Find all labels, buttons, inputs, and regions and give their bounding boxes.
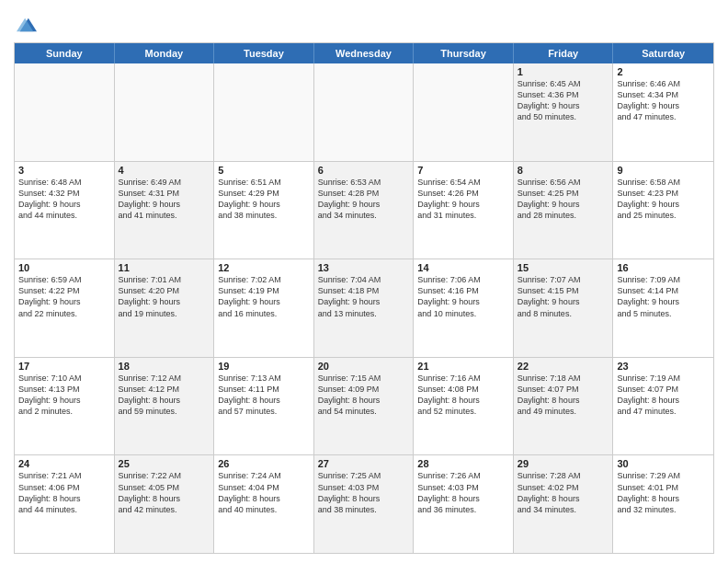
cal-cell-day-26: 26Sunrise: 7:24 AM Sunset: 4:04 PM Dayli…	[214, 455, 314, 553]
day-number: 11	[119, 262, 210, 273]
cal-header-thursday: Thursday	[414, 43, 514, 63]
cal-row-2: 3Sunrise: 6:48 AM Sunset: 4:32 PM Daylig…	[15, 162, 713, 260]
cal-header-tuesday: Tuesday	[214, 43, 314, 63]
cal-cell-day-9: 9Sunrise: 6:58 AM Sunset: 4:23 PM Daylig…	[613, 162, 713, 259]
cal-cell-day-23: 23Sunrise: 7:19 AM Sunset: 4:07 PM Dayli…	[613, 358, 713, 455]
day-number: 17	[18, 361, 110, 372]
day-number: 1	[518, 66, 609, 77]
cal-cell-day-27: 27Sunrise: 7:25 AM Sunset: 4:03 PM Dayli…	[314, 455, 415, 553]
day-number: 30	[617, 458, 710, 469]
day-info: Sunrise: 7:15 AM Sunset: 4:09 PM Dayligh…	[318, 373, 410, 418]
day-number: 29	[518, 458, 609, 469]
cal-cell-day-10: 10Sunrise: 6:59 AM Sunset: 4:22 PM Dayli…	[15, 259, 115, 357]
cal-cell-day-15: 15Sunrise: 7:07 AM Sunset: 4:15 PM Dayli…	[514, 259, 614, 357]
day-info: Sunrise: 7:24 AM Sunset: 4:04 PM Dayligh…	[218, 470, 310, 515]
day-number: 3	[18, 165, 110, 176]
day-info: Sunrise: 6:58 AM Sunset: 4:23 PM Dayligh…	[617, 177, 710, 222]
cal-cell-empty	[314, 63, 415, 161]
cal-header-wednesday: Wednesday	[314, 43, 415, 63]
cal-cell-empty	[214, 63, 314, 161]
cal-row-5: 24Sunrise: 7:21 AM Sunset: 4:06 PM Dayli…	[15, 455, 713, 553]
day-info: Sunrise: 7:09 AM Sunset: 4:14 PM Dayligh…	[617, 274, 710, 319]
day-info: Sunrise: 6:59 AM Sunset: 4:22 PM Dayligh…	[18, 274, 110, 319]
day-number: 28	[417, 458, 509, 469]
cal-cell-day-14: 14Sunrise: 7:06 AM Sunset: 4:16 PM Dayli…	[414, 259, 514, 357]
cal-cell-day-20: 20Sunrise: 7:15 AM Sunset: 4:09 PM Dayli…	[314, 358, 415, 455]
day-info: Sunrise: 6:49 AM Sunset: 4:31 PM Dayligh…	[119, 177, 210, 222]
day-info: Sunrise: 7:04 AM Sunset: 4:18 PM Dayligh…	[318, 274, 410, 319]
cal-cell-day-19: 19Sunrise: 7:13 AM Sunset: 4:11 PM Dayli…	[214, 358, 314, 455]
day-number: 19	[218, 361, 310, 372]
cal-cell-day-12: 12Sunrise: 7:02 AM Sunset: 4:19 PM Dayli…	[214, 259, 314, 357]
day-number: 9	[617, 165, 710, 176]
day-info: Sunrise: 6:54 AM Sunset: 4:26 PM Dayligh…	[417, 177, 509, 222]
day-number: 5	[218, 165, 310, 176]
cal-cell-day-3: 3Sunrise: 6:48 AM Sunset: 4:32 PM Daylig…	[15, 162, 115, 259]
day-info: Sunrise: 6:45 AM Sunset: 4:36 PM Dayligh…	[518, 78, 609, 123]
header	[14, 9, 714, 35]
day-number: 27	[318, 458, 410, 469]
day-number: 16	[617, 262, 710, 273]
day-info: Sunrise: 6:48 AM Sunset: 4:32 PM Dayligh…	[18, 177, 110, 222]
day-info: Sunrise: 7:13 AM Sunset: 4:11 PM Dayligh…	[218, 373, 310, 418]
day-number: 15	[518, 262, 609, 273]
cal-cell-day-24: 24Sunrise: 7:21 AM Sunset: 4:06 PM Dayli…	[15, 455, 115, 553]
cal-cell-day-17: 17Sunrise: 7:10 AM Sunset: 4:13 PM Dayli…	[15, 358, 115, 455]
day-number: 8	[518, 165, 609, 176]
day-number: 25	[119, 458, 210, 469]
cal-cell-empty	[15, 63, 115, 161]
cal-header-friday: Friday	[514, 43, 614, 63]
cal-cell-day-25: 25Sunrise: 7:22 AM Sunset: 4:05 PM Dayli…	[115, 455, 215, 553]
cal-cell-day-6: 6Sunrise: 6:53 AM Sunset: 4:28 PM Daylig…	[314, 162, 415, 259]
cal-row-3: 10Sunrise: 6:59 AM Sunset: 4:22 PM Dayli…	[15, 259, 713, 358]
day-info: Sunrise: 7:28 AM Sunset: 4:02 PM Dayligh…	[518, 470, 609, 515]
day-info: Sunrise: 6:51 AM Sunset: 4:29 PM Dayligh…	[218, 177, 310, 222]
cal-cell-empty	[414, 63, 514, 161]
day-number: 13	[318, 262, 410, 273]
calendar: SundayMondayTuesdayWednesdayThursdayFrid…	[14, 42, 714, 554]
cal-cell-day-8: 8Sunrise: 6:56 AM Sunset: 4:25 PM Daylig…	[514, 162, 614, 259]
logo-icon	[17, 15, 37, 35]
page: SundayMondayTuesdayWednesdayThursdayFrid…	[0, 0, 728, 563]
cal-header-saturday: Saturday	[613, 43, 713, 63]
day-number: 12	[218, 262, 310, 273]
cal-cell-day-11: 11Sunrise: 7:01 AM Sunset: 4:20 PM Dayli…	[115, 259, 215, 357]
day-number: 21	[417, 361, 509, 372]
cal-cell-day-5: 5Sunrise: 6:51 AM Sunset: 4:29 PM Daylig…	[214, 162, 314, 259]
cal-cell-day-21: 21Sunrise: 7:16 AM Sunset: 4:08 PM Dayli…	[414, 358, 514, 455]
cal-cell-empty	[115, 63, 215, 161]
cal-row-4: 17Sunrise: 7:10 AM Sunset: 4:13 PM Dayli…	[15, 358, 713, 456]
day-number: 2	[617, 66, 710, 77]
day-info: Sunrise: 7:02 AM Sunset: 4:19 PM Dayligh…	[218, 274, 310, 319]
logo	[14, 13, 37, 35]
day-info: Sunrise: 7:21 AM Sunset: 4:06 PM Dayligh…	[18, 470, 110, 515]
day-info: Sunrise: 7:01 AM Sunset: 4:20 PM Dayligh…	[119, 274, 210, 319]
cal-cell-day-2: 2Sunrise: 6:46 AM Sunset: 4:34 PM Daylig…	[613, 63, 713, 161]
day-info: Sunrise: 7:18 AM Sunset: 4:07 PM Dayligh…	[518, 373, 609, 418]
day-info: Sunrise: 7:06 AM Sunset: 4:16 PM Dayligh…	[417, 274, 509, 319]
day-info: Sunrise: 7:10 AM Sunset: 4:13 PM Dayligh…	[18, 373, 110, 418]
cal-cell-day-4: 4Sunrise: 6:49 AM Sunset: 4:31 PM Daylig…	[115, 162, 215, 259]
day-number: 23	[617, 361, 710, 372]
day-number: 26	[218, 458, 310, 469]
day-info: Sunrise: 6:53 AM Sunset: 4:28 PM Dayligh…	[318, 177, 410, 222]
cal-cell-day-28: 28Sunrise: 7:26 AM Sunset: 4:03 PM Dayli…	[414, 455, 514, 553]
day-info: Sunrise: 6:46 AM Sunset: 4:34 PM Dayligh…	[617, 78, 710, 123]
cal-header-sunday: Sunday	[15, 43, 115, 63]
day-info: Sunrise: 6:56 AM Sunset: 4:25 PM Dayligh…	[518, 177, 609, 222]
cal-cell-day-30: 30Sunrise: 7:29 AM Sunset: 4:01 PM Dayli…	[613, 455, 713, 553]
day-info: Sunrise: 7:07 AM Sunset: 4:15 PM Dayligh…	[518, 274, 609, 319]
cal-cell-day-29: 29Sunrise: 7:28 AM Sunset: 4:02 PM Dayli…	[514, 455, 614, 553]
day-info: Sunrise: 7:19 AM Sunset: 4:07 PM Dayligh…	[617, 373, 710, 418]
cal-cell-day-16: 16Sunrise: 7:09 AM Sunset: 4:14 PM Dayli…	[613, 259, 713, 357]
day-info: Sunrise: 7:26 AM Sunset: 4:03 PM Dayligh…	[417, 470, 509, 515]
day-number: 20	[318, 361, 410, 372]
day-number: 7	[417, 165, 509, 176]
day-number: 18	[119, 361, 210, 372]
day-number: 14	[417, 262, 509, 273]
cal-cell-day-22: 22Sunrise: 7:18 AM Sunset: 4:07 PM Dayli…	[514, 358, 614, 455]
cal-header-monday: Monday	[115, 43, 215, 63]
day-info: Sunrise: 7:29 AM Sunset: 4:01 PM Dayligh…	[617, 470, 710, 515]
cal-cell-day-13: 13Sunrise: 7:04 AM Sunset: 4:18 PM Dayli…	[314, 259, 415, 357]
day-number: 24	[18, 458, 110, 469]
